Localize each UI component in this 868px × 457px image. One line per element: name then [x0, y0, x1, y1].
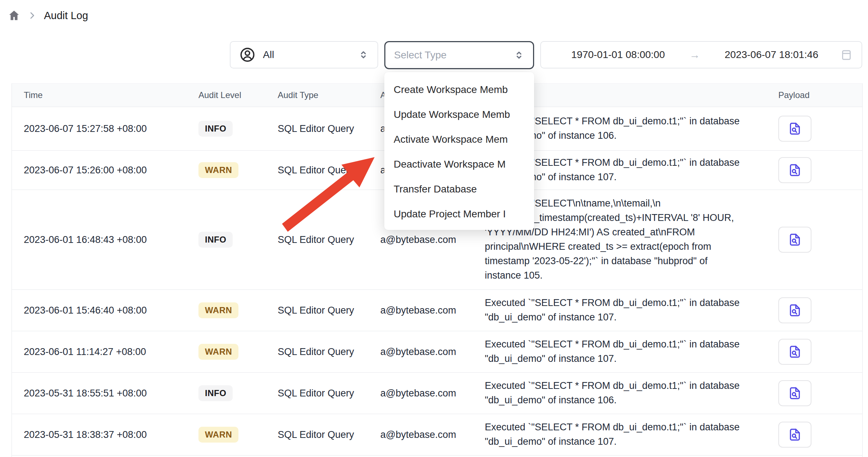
actor-filter-value: All — [263, 49, 351, 61]
time-cell: 2023-06-01 16:48:43 +08:00 — [24, 234, 147, 245]
time-cell: 2023-06-01 15:46:40 +08:00 — [24, 305, 147, 316]
time-cell: 2023-05-31 18:55:51 +08:00 — [24, 388, 147, 399]
time-cell: 2023-06-01 11:14:27 +08:00 — [24, 346, 146, 358]
actor-cell: a@bytebase.com — [380, 234, 456, 245]
audit-level-badge: WARN — [198, 302, 238, 318]
header-time: Time — [24, 90, 42, 100]
page-title: Audit Log — [44, 10, 88, 22]
audit-level-badge: WARN — [198, 162, 238, 178]
comment-cell: Executed `"SELECT * FROM db_ui_demo.t1;"… — [485, 420, 773, 449]
payload-view-button[interactable] — [778, 116, 811, 142]
table-row[interactable]: 2023-06-01 15:46:40 +08:00 WARN SQL Edit… — [12, 290, 862, 331]
comment-cell: Executed `"SELECT * FROM db_ui_demo.t1;"… — [485, 337, 773, 366]
file-search-icon — [787, 427, 802, 442]
actor-cell: a@bytebase.com — [380, 346, 456, 358]
table-row[interactable]: 2023-05-31 18:38:37 +08:00 WARN SQL Edit… — [12, 414, 862, 456]
table-row[interactable]: 2023-06-01 11:14:27 +08:00 WARN SQL Edit… — [12, 331, 862, 373]
actor-cell: a@bytebase.com — [380, 305, 456, 316]
date-range-picker[interactable]: 1970-01-01 08:00:00 → 2023-06-07 18:01:4… — [540, 41, 862, 68]
menu-item-update-workspace-member[interactable]: Update Workspace Memb — [384, 102, 534, 127]
type-filter-placeholder: Select Type — [394, 49, 514, 61]
menu-item-deactivate-workspace-member[interactable]: Deactivate Workspace M — [384, 152, 534, 177]
payload-view-button[interactable] — [778, 422, 811, 448]
audit-type-cell: SQL Editor Query — [278, 305, 354, 316]
time-cell: 2023-06-07 15:27:58 +08:00 — [24, 123, 147, 134]
breadcrumb: Audit Log — [8, 9, 88, 22]
calendar-icon — [840, 48, 853, 61]
menu-item-update-project-member[interactable]: Update Project Member I — [384, 201, 534, 226]
payload-view-button[interactable] — [778, 157, 811, 183]
time-cell: 2023-05-31 18:38:37 +08:00 — [24, 429, 147, 440]
payload-view-button[interactable] — [778, 339, 811, 365]
audit-type-cell: SQL Editor Query — [278, 165, 354, 176]
chevron-right-icon — [27, 11, 37, 20]
actor-cell: a@bytebase.com — [380, 429, 456, 440]
file-search-icon — [787, 232, 802, 247]
header-audit-level: Audit Level — [198, 90, 241, 100]
audit-level-badge: INFO — [198, 232, 233, 248]
menu-item-activate-workspace-member[interactable]: Activate Workspace Mem — [384, 127, 534, 152]
payload-view-button[interactable] — [778, 380, 811, 406]
audit-type-cell: SQL Editor Query — [278, 429, 354, 440]
header-audit-type: Audit Type — [278, 90, 318, 100]
chevron-updown-icon — [514, 49, 524, 61]
file-search-icon — [787, 344, 802, 359]
payload-view-button[interactable] — [778, 227, 811, 253]
audit-type-cell: SQL Editor Query — [278, 346, 354, 358]
audit-level-badge: INFO — [198, 385, 233, 401]
arrow-right-icon: → — [686, 49, 703, 61]
file-search-icon — [787, 386, 802, 401]
menu-item-create-workspace-member[interactable]: Create Workspace Memb — [384, 77, 534, 102]
file-search-icon — [787, 163, 802, 178]
audit-type-cell: SQL Editor Query — [278, 388, 354, 399]
date-range-start[interactable]: 1970-01-01 08:00:00 — [550, 49, 686, 61]
time-cell: 2023-06-07 15:26:00 +08:00 — [24, 165, 147, 176]
header-payload: Payload — [778, 90, 810, 100]
home-icon[interactable] — [8, 9, 20, 22]
file-search-icon — [787, 303, 802, 318]
type-filter-select[interactable]: Select Type — [384, 41, 534, 69]
actor-filter-select[interactable]: All — [230, 41, 378, 68]
comment-cell: Executed `"SELECT * FROM db_ui_demo.t1;"… — [485, 379, 773, 408]
comment-cell: Executed `"SELECT * FROM db_ui_demo.t1;"… — [485, 296, 773, 325]
table-row-partial — [12, 456, 862, 457]
payload-view-button[interactable] — [778, 297, 811, 323]
actor-cell: a@bytebase.com — [380, 388, 456, 399]
type-dropdown-menu: Create Workspace Memb Update Workspace M… — [384, 72, 534, 230]
audit-level-badge: WARN — [198, 427, 238, 443]
audit-level-badge: WARN — [198, 344, 238, 360]
audit-type-cell: SQL Editor Query — [278, 234, 354, 245]
file-search-icon — [787, 121, 802, 136]
menu-item-transfer-database[interactable]: Transfer Database — [384, 177, 534, 201]
audit-type-cell: SQL Editor Query — [278, 123, 354, 134]
audit-level-badge: INFO — [198, 121, 233, 137]
user-circle-icon — [239, 46, 256, 63]
date-range-end[interactable]: 2023-06-07 18:01:46 — [703, 49, 840, 61]
table-row[interactable]: 2023-05-31 18:55:51 +08:00 INFO SQL Edit… — [12, 373, 862, 414]
chevron-updown-icon — [358, 49, 369, 61]
